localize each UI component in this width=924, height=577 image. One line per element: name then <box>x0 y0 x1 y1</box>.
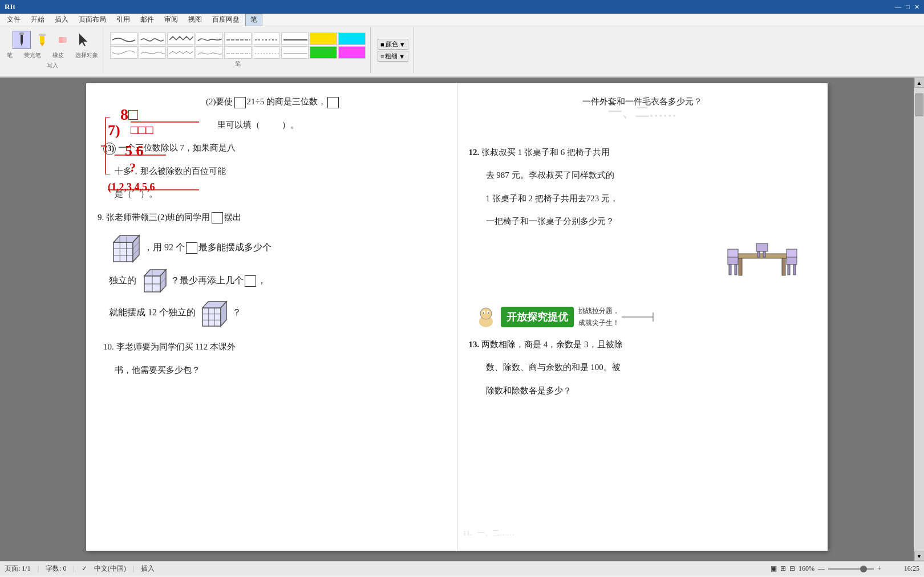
scroll-down-btn[interactable]: ▼ <box>914 551 925 561</box>
q9-num: 9. 张老师带领三(2)班的同学用摆出 <box>98 213 241 222</box>
q10b-text: 书，他需要买多少包？ <box>115 365 200 375</box>
pen-pattern-14[interactable] <box>281 46 309 59</box>
view-btn-3[interactable]: ⊟ <box>789 564 795 573</box>
zoom-out-btn[interactable]: — <box>818 564 825 573</box>
pen-pattern-11[interactable] <box>196 46 223 59</box>
q3-circle: (3) <box>103 143 116 155</box>
menubar: 文件 开始 插入 页面布局 引用 邮件 审阅 视图 百度网盘 笔 <box>0 14 924 26</box>
minimize-btn[interactable]: — <box>895 3 901 11</box>
close-btn[interactable]: ✕ <box>914 3 919 11</box>
pen-pattern-4[interactable] <box>196 32 223 45</box>
status-check: ✓ <box>82 564 87 573</box>
zoom-level: 160% <box>799 564 814 573</box>
menu-file[interactable]: 文件 <box>2 14 25 26</box>
pen-pattern-5[interactable] <box>224 32 252 45</box>
view-btn-2[interactable]: ⊞ <box>780 564 786 573</box>
color-icon: ■ <box>380 41 384 48</box>
pen-patterns-group: 笔 <box>106 27 371 73</box>
pen-pattern-3[interactable] <box>167 32 194 45</box>
problem-12: 12. 张叔叔买 1 张桌子和 6 把椅子共用 <box>469 144 817 161</box>
problem-3c: 是（ ）。 <box>98 186 445 202</box>
color-label: 颜色 <box>386 40 398 48</box>
q13-num: 13. <box>469 340 482 349</box>
q13b: 数、除数、商与余数的和是 100。被 <box>486 363 621 372</box>
restore-btn[interactable]: □ <box>906 3 910 11</box>
scroll-track[interactable] <box>915 88 924 551</box>
thickness-picker-btn[interactable]: ≡ 粗细 ▼ <box>378 51 408 62</box>
color-controls-group: ■ 颜色 ▼ ≡ 粗细 ▼ <box>373 27 414 73</box>
status-mode: 插入 <box>141 564 155 574</box>
pen-pattern-7[interactable] <box>281 32 309 45</box>
problem-10: 10. 李老师要为同学们买 112 本课外 <box>98 339 445 355</box>
pen-color-green[interactable] <box>310 46 337 59</box>
status-lang: 中文(中国) <box>94 564 126 574</box>
menu-mail[interactable]: 邮件 <box>136 14 159 26</box>
select-tool[interactable] <box>74 31 92 49</box>
highlighter-tool[interactable] <box>33 31 51 49</box>
problem-12c: 1 张桌子和 2 把椅子共用去723 元， <box>469 190 817 207</box>
svg-point-51 <box>480 308 492 319</box>
problem-3: (3) 一个三位数除以 7，如果商是八 <box>98 140 445 156</box>
svg-point-55 <box>488 312 489 314</box>
right-scrollbar[interactable]: ▲ ▼ <box>914 78 924 561</box>
scroll-thumb[interactable] <box>915 94 923 116</box>
pen-color-cyan[interactable] <box>338 32 366 45</box>
pen-row-bottom <box>110 46 366 59</box>
furniture-icon <box>725 237 799 288</box>
menu-start[interactable]: 开始 <box>26 14 49 26</box>
open-explore-banner: 开放探究提优 <box>501 307 574 327</box>
write-tools <box>13 31 92 49</box>
pen-pattern-10[interactable] <box>167 46 194 59</box>
menu-insert[interactable]: 插入 <box>50 14 73 26</box>
menu-pen[interactable]: 笔 <box>245 14 262 26</box>
zoom-in-btn[interactable]: + <box>877 564 881 573</box>
svg-rect-37 <box>739 258 742 275</box>
q9-comma: ，用 92 个最多能摆成多少个 <box>144 239 271 256</box>
svg-rect-40 <box>729 265 731 275</box>
write-label: 写入 <box>47 62 58 70</box>
pen-pattern-9[interactable] <box>139 46 166 59</box>
eraser-tool[interactable] <box>54 31 72 49</box>
color-picker-btn[interactable]: ■ 颜色 ▼ <box>378 39 408 50</box>
menu-ref[interactable]: 引用 <box>112 14 135 26</box>
svg-rect-36 <box>736 254 788 258</box>
problem-12b: 去 987 元。李叔叔买了同样款式的 <box>469 167 817 184</box>
svg-rect-7 <box>59 37 63 43</box>
pen-pattern-13[interactable] <box>253 46 280 59</box>
pen-pattern-2[interactable] <box>139 32 166 45</box>
write-group: 笔 荧光笔 橡皮 选择对象 写入 <box>2 27 103 73</box>
menu-baidu[interactable]: 百度网盘 <box>208 14 244 26</box>
q12c: 1 张桌子和 2 把椅子共用去723 元， <box>486 194 619 203</box>
svg-rect-43 <box>756 243 768 251</box>
view-btn-1[interactable]: ▣ <box>771 564 777 573</box>
problem-10b: 书，他需要买多少包？ <box>98 362 445 379</box>
document-page: 8□ 7) □□□ 5 6 ? <box>86 83 828 551</box>
svg-rect-47 <box>788 265 790 275</box>
q9-question: ？最少再添上几个， <box>171 273 266 289</box>
scroll-up-btn[interactable]: ▲ <box>914 78 925 88</box>
menu-layout[interactable]: 页面布局 <box>74 14 111 26</box>
pen-pattern-8[interactable] <box>110 46 137 59</box>
q-top-text: 一件外套和一件毛衣各多少元？ <box>469 89 817 110</box>
pen-color-magenta[interactable] <box>338 46 366 59</box>
zoom-slider[interactable] <box>828 568 874 570</box>
pen-color-yellow[interactable] <box>310 32 337 45</box>
pen-pattern-6[interactable] <box>253 32 280 45</box>
svg-rect-46 <box>787 257 797 265</box>
pen-pattern-1[interactable] <box>110 32 137 45</box>
menu-view[interactable]: 视图 <box>184 14 206 26</box>
cube-3x3-icon <box>109 232 140 263</box>
titlebar: RIt — □ ✕ <box>0 0 924 14</box>
cube-row-2: 独立的 ？最少再添上几个， <box>98 267 445 294</box>
pen-pattern-12[interactable] <box>224 46 252 59</box>
svg-rect-31 <box>202 308 221 326</box>
problem-13: 13. 两数相除，商是 4，余数是 3，且被除 <box>469 336 817 353</box>
doc-area[interactable]: 8□ 7) □□□ 5 6 ? <box>0 78 914 561</box>
pen-tool[interactable] <box>13 31 31 49</box>
pen-patterns <box>110 32 366 59</box>
menu-review[interactable]: 审阅 <box>160 14 183 26</box>
status-words: 字数: 0 <box>46 564 66 574</box>
titlebar-left: RIt <box>5 2 15 11</box>
thickness-icon: ≡ <box>380 53 384 60</box>
status-icons: ▣ ⊞ ⊟ 160% — + <box>771 564 881 573</box>
